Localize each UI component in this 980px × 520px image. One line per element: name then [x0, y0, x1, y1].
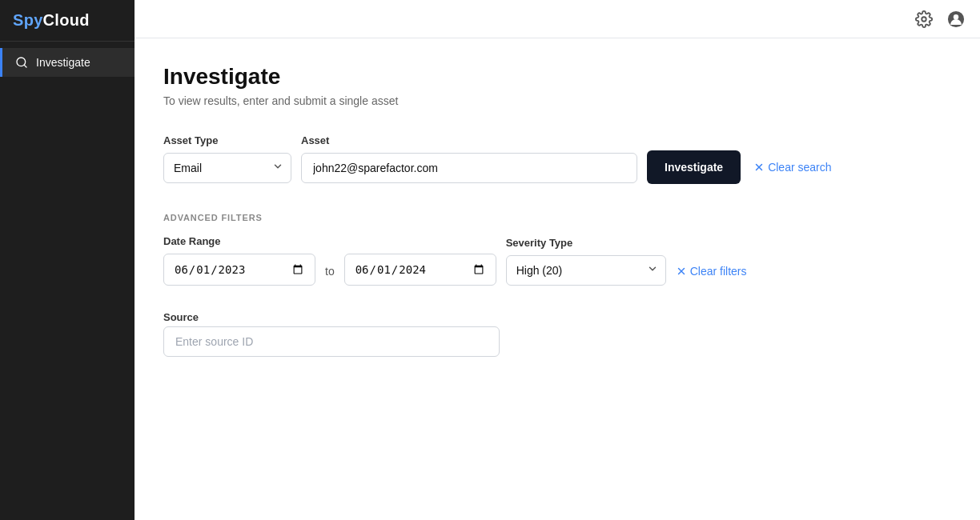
content-area: Investigate To view results, enter and s…: [135, 38, 980, 382]
investigate-btn-group: Investigate: [647, 133, 741, 184]
main-content: Investigate To view results, enter and s…: [135, 0, 980, 520]
close-icon: [753, 162, 765, 173]
logo: SpyCloud: [0, 0, 135, 42]
asset-type-label: Asset Type: [163, 134, 291, 146]
date-from-input[interactable]: [163, 254, 315, 286]
sidebar-item-investigate[interactable]: Investigate: [0, 48, 135, 77]
clear-search-button[interactable]: Clear search: [753, 161, 831, 174]
search-icon: [15, 56, 28, 69]
date-to-input[interactable]: [344, 254, 496, 286]
search-row: Asset Type Email Username IP Address Dom…: [163, 133, 951, 184]
close-icon: [676, 266, 687, 277]
clear-search-label: Clear search: [768, 161, 831, 174]
source-section: Source: [163, 311, 951, 357]
page-title: Investigate: [163, 64, 951, 90]
asset-label: Asset: [301, 134, 637, 146]
gear-icon: [915, 10, 933, 28]
clear-filters-button[interactable]: Clear filters: [676, 265, 747, 286]
logo-text: SpyCloud: [13, 11, 122, 30]
logo-spy: Spy: [13, 11, 43, 29]
severity-label: Severity Type: [506, 237, 666, 249]
svg-line-1: [24, 65, 26, 67]
severity-field: Severity Type High (20) Medium Low Criti…: [506, 237, 666, 286]
severity-select-wrapper: High (20) Medium Low Critical: [506, 255, 666, 286]
asset-type-field: Asset Type Email Username IP Address Dom…: [163, 134, 291, 183]
source-label: Source: [163, 311, 951, 323]
sidebar: SpyCloud Investigate: [0, 0, 135, 520]
asset-type-select[interactable]: Email Username IP Address Domain: [163, 153, 291, 183]
clear-search-group: Clear search: [750, 143, 831, 174]
investigate-button[interactable]: Investigate: [647, 150, 741, 184]
svg-point-4: [954, 14, 958, 19]
date-range-field: Date Range: [163, 235, 315, 286]
page-subtitle: To view results, enter and submit a sing…: [163, 94, 951, 107]
asset-field: Asset: [301, 134, 637, 183]
asset-input[interactable]: [301, 153, 637, 183]
severity-select[interactable]: High (20) Medium Low Critical: [506, 255, 666, 286]
clear-filters-label: Clear filters: [690, 265, 747, 278]
topbar: [135, 0, 980, 38]
user-icon: [947, 10, 965, 28]
svg-point-2: [922, 17, 926, 22]
logo-cloud: Cloud: [43, 11, 90, 29]
date-range-label: Date Range: [163, 235, 315, 247]
filters-row: Date Range to Severity Type High (20) Me…: [163, 235, 951, 286]
settings-button[interactable]: [913, 8, 935, 30]
nav-items: Investigate: [0, 48, 135, 77]
source-input[interactable]: [163, 326, 500, 357]
date-to-field: [344, 236, 496, 286]
advanced-filters-section-label: ADVANCED FILTERS: [163, 213, 951, 222]
to-label: to: [325, 265, 335, 286]
sidebar-item-label: Investigate: [36, 56, 90, 69]
user-menu-button[interactable]: [945, 8, 967, 30]
asset-type-select-wrapper: Email Username IP Address Domain: [163, 153, 291, 183]
